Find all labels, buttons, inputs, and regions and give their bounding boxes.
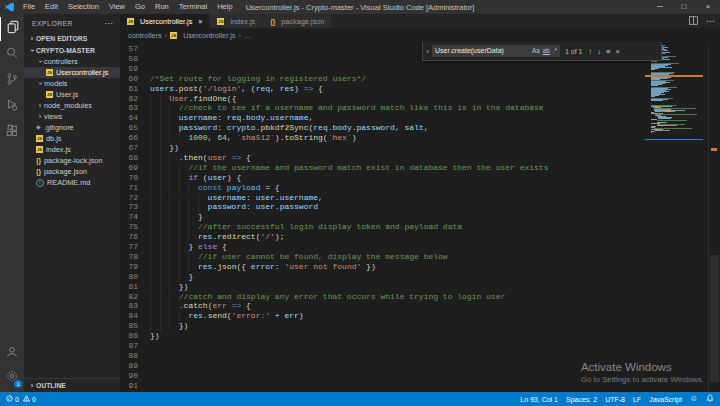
error-icon bbox=[6, 395, 13, 403]
minimap-cursor-line bbox=[645, 139, 703, 141]
find-results-count: 1 of 1 bbox=[565, 48, 583, 55]
tree-item-package-json[interactable]: {}package.json bbox=[24, 166, 120, 177]
minimize-button[interactable]: ─ bbox=[648, 0, 672, 14]
maximize-button[interactable]: □ bbox=[672, 0, 696, 14]
menu-item-view[interactable]: View bbox=[104, 0, 130, 14]
tree-item-usercontroller-js[interactable]: JSUsercontroller.js bbox=[24, 67, 120, 78]
settings-button[interactable]: 1 bbox=[0, 366, 24, 390]
code-line: 68 .then(user => { bbox=[120, 153, 645, 163]
find-query-text: User.create(userData) bbox=[435, 45, 504, 57]
sidebar-item-run-debug[interactable] bbox=[0, 95, 24, 119]
activity-bar: 1 bbox=[0, 14, 24, 392]
code-line: 77 } else { bbox=[120, 242, 645, 252]
line-number: 61 bbox=[120, 84, 138, 94]
editor-more-actions-icon[interactable]: ⋯ bbox=[706, 16, 715, 26]
tree-item-user-js[interactable]: JSUser.js bbox=[24, 89, 120, 100]
run-debug-icon bbox=[5, 98, 19, 116]
extensions-icon bbox=[5, 124, 19, 142]
tab-usercontroller-js[interactable]: JSUsercontroller.js× bbox=[120, 14, 210, 28]
code-line: 87 bbox=[120, 341, 645, 351]
sidebar-item-extensions[interactable] bbox=[0, 121, 24, 145]
tree-item-controllers[interactable]: ›controllers bbox=[24, 56, 120, 67]
menu-item-edit[interactable]: Edit bbox=[40, 0, 63, 14]
toggle-replace-icon[interactable]: › bbox=[423, 47, 432, 56]
line-number: 63 bbox=[120, 103, 138, 113]
close-tab-icon[interactable]: × bbox=[198, 18, 202, 25]
tree-item-readme-md[interactable]: iREADME.md bbox=[24, 177, 120, 188]
js-file-icon: JS bbox=[217, 18, 224, 25]
js-file-icon: JS bbox=[46, 91, 53, 98]
cursor-position[interactable]: Ln 93, Col 1 bbox=[520, 396, 558, 403]
code-line: 86}) bbox=[120, 331, 645, 341]
scrollbar[interactable] bbox=[708, 42, 720, 392]
tree-item-package-lock-json[interactable]: {}package-lock.json bbox=[24, 155, 120, 166]
split-editor-icon[interactable] bbox=[688, 12, 699, 30]
eol-sequence[interactable]: LF bbox=[633, 396, 641, 403]
feedback-icon[interactable]: ☺ bbox=[690, 395, 698, 403]
close-button[interactable]: × bbox=[696, 0, 720, 14]
close-find-icon[interactable]: × bbox=[615, 47, 619, 56]
menu-item-terminal[interactable]: Terminal bbox=[174, 0, 212, 14]
code-text: //catch and display any error that occur… bbox=[150, 292, 505, 302]
menu-item-run[interactable]: Run bbox=[150, 0, 174, 14]
code-text: }) bbox=[150, 321, 188, 331]
sidebar-more-actions-icon[interactable]: ⋯ bbox=[105, 14, 114, 33]
next-match-icon[interactable]: ↓ bbox=[597, 47, 601, 56]
breadcrumb-item[interactable]: Usercontroller.js bbox=[183, 31, 235, 40]
whole-word-icon[interactable]: ab bbox=[543, 45, 550, 57]
code-text: username: req.body.username, bbox=[150, 113, 313, 123]
tree-item--gitignore[interactable]: ◆.gitignore bbox=[24, 122, 120, 133]
previous-match-icon[interactable]: ↑ bbox=[589, 47, 593, 56]
minimap[interactable] bbox=[645, 42, 707, 392]
sidebar-item-search[interactable] bbox=[0, 43, 24, 67]
encoding[interactable]: UTF-8 bbox=[605, 396, 625, 403]
search-icon bbox=[5, 46, 19, 64]
tree-item-db-js[interactable]: JSdb.js bbox=[24, 133, 120, 144]
find-in-selection-icon[interactable]: ≡ bbox=[606, 47, 610, 56]
tree-item-models[interactable]: ›models bbox=[24, 78, 120, 89]
menu-item-file[interactable]: File bbox=[18, 0, 40, 14]
code-text: password: user.password bbox=[150, 202, 318, 212]
find-input[interactable]: User.create(userData) Aa ab .* bbox=[432, 45, 560, 57]
tree-item-views[interactable]: ›views bbox=[24, 111, 120, 122]
match-case-icon[interactable]: Aa bbox=[532, 45, 540, 57]
code-editor[interactable]: 57585960/*Set route for logging in regis… bbox=[120, 42, 720, 392]
sidebar-title: EXPLORER bbox=[32, 20, 73, 27]
regex-icon[interactable]: .* bbox=[553, 45, 557, 57]
menu-item-selection[interactable]: Selection bbox=[63, 0, 104, 14]
sidebar-item-source-control[interactable] bbox=[0, 69, 24, 93]
line-number: 90 bbox=[120, 371, 138, 381]
code-text: .then(user => { bbox=[150, 153, 251, 163]
problems-errors[interactable]: 0 bbox=[6, 395, 19, 403]
sidebar-item-explorer[interactable] bbox=[0, 17, 25, 41]
tab-index-js[interactable]: JSindex.js bbox=[210, 14, 263, 28]
bell-icon[interactable] bbox=[706, 394, 714, 404]
tab-package-json[interactable]: {}package.json bbox=[263, 14, 332, 28]
open-editors-section[interactable]: › OPEN EDITORS bbox=[24, 33, 120, 44]
problems-warnings[interactable]: 0 bbox=[23, 395, 36, 403]
line-number: 77 bbox=[120, 242, 138, 252]
scrollbar-slider[interactable] bbox=[710, 255, 719, 382]
breadcrumb-item[interactable]: controllers bbox=[128, 31, 162, 40]
js-file-icon: JS bbox=[127, 18, 134, 25]
tree-item-node-modules[interactable]: ›node_modules bbox=[24, 100, 120, 111]
outline-section[interactable]: › OUTLINE bbox=[24, 378, 120, 392]
indentation[interactable]: Spaces: 2 bbox=[566, 396, 597, 403]
code-line: 78 //if user cannot be found, display th… bbox=[120, 252, 645, 262]
code-line: 88 bbox=[120, 351, 645, 361]
line-number: 74 bbox=[120, 212, 138, 222]
breadcrumb-item[interactable]: … bbox=[244, 31, 251, 40]
vscode-window: FileEditSelectionViewGoRunTerminalHelp U… bbox=[0, 0, 720, 406]
menu-item-help[interactable]: Help bbox=[212, 0, 237, 14]
git-file-icon: ◆ bbox=[36, 122, 41, 133]
account-button[interactable] bbox=[0, 342, 24, 366]
json-file-icon: {} bbox=[36, 166, 41, 177]
tree-item-index-js[interactable]: JSindex.js bbox=[24, 144, 120, 155]
language-mode[interactable]: JavaScript bbox=[649, 396, 682, 403]
chevron-down-icon: › bbox=[35, 58, 46, 66]
menu-item-go[interactable]: Go bbox=[130, 0, 150, 14]
chevron-right-icon: › bbox=[28, 33, 36, 44]
code-text: } bbox=[150, 212, 203, 222]
line-number: 59 bbox=[120, 64, 138, 74]
root-folder-row[interactable]: › CRYPTO-MASTER bbox=[24, 45, 120, 56]
